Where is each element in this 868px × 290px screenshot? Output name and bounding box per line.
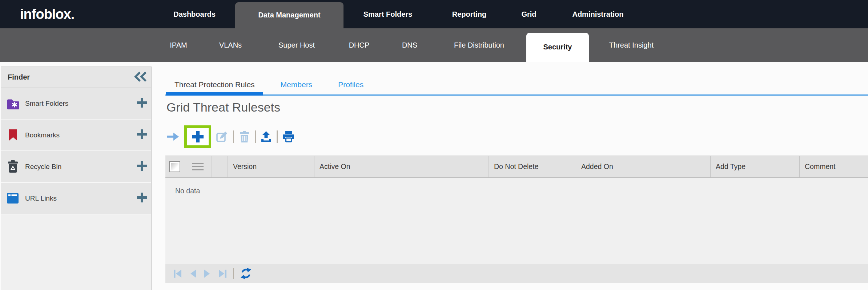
refresh-button[interactable] [240, 267, 252, 279]
sidebar-item-bookmarks[interactable]: Bookmarks [1, 120, 151, 151]
subnav-threat-insight[interactable]: Threat Insight [595, 28, 668, 62]
smart-folder-icon [7, 98, 20, 109]
print-button[interactable] [282, 131, 295, 142]
sidebar-item-url-links[interactable]: URL Links [1, 183, 151, 214]
column-header-do-not-delete[interactable]: Do Not Delete [489, 156, 576, 177]
sidebar-item-label: Recycle Bin [25, 163, 136, 171]
nav-grid[interactable]: Grid [508, 0, 550, 28]
empty-table-message: No data [175, 187, 200, 195]
upload-button[interactable] [261, 131, 272, 142]
highlight-box [184, 125, 211, 148]
sidebar-item-smart-folders[interactable]: Smart Folders [1, 88, 151, 120]
finder-empty-area [1, 214, 151, 290]
select-all-cell [165, 156, 184, 177]
pagination-bar [165, 264, 868, 283]
subnav-dhcp[interactable]: DHCP [334, 28, 385, 62]
edit-button[interactable] [216, 130, 228, 143]
subnav-vlans[interactable]: VLANs [205, 28, 256, 62]
tab-members[interactable]: Members [272, 74, 321, 94]
ruleset-toolbar [166, 124, 295, 150]
top-nav-bar: infoblox. Dashboards Data Management Sma… [0, 0, 868, 28]
next-page-button[interactable] [203, 269, 211, 279]
sidebar-item-recycle-bin[interactable]: Recycle Bin [1, 151, 151, 183]
nav-administration[interactable]: Administration [558, 0, 638, 28]
hamburger-menu-icon [192, 162, 204, 171]
nav-dashboards[interactable]: Dashboards [162, 0, 226, 28]
page-title: Grid Threat Rulesets [166, 100, 280, 114]
table-header-row: Version Active On Do Not Delete Added On… [165, 156, 868, 178]
recycle-bin-icon [7, 160, 20, 173]
subnav-security[interactable]: Security [526, 33, 589, 62]
spacer-cell [212, 156, 228, 177]
finder-title: Finder [8, 73, 134, 81]
last-page-button[interactable] [217, 269, 227, 279]
go-arrow-icon[interactable] [166, 131, 180, 142]
column-header-add-type[interactable]: Add Type [711, 156, 800, 177]
first-page-button[interactable] [173, 269, 183, 279]
subnav-dns[interactable]: DNS [384, 28, 435, 62]
add-url-link-button[interactable] [136, 192, 148, 205]
sidebar-item-label: Bookmarks [25, 131, 136, 139]
add-recycle-bin-button[interactable] [136, 160, 148, 173]
infoblox-logo: infoblox. [20, 0, 74, 28]
nav-smart-folders[interactable]: Smart Folders [351, 0, 424, 28]
tab-threat-protection-rules[interactable]: Threat Protection Rules [166, 74, 263, 94]
finder-panel: Finder Smart Folders Bookmarks [1, 67, 152, 290]
url-links-icon [7, 193, 20, 204]
sidebar-item-label: URL Links [25, 194, 136, 202]
table-body: No data [165, 178, 868, 264]
toolbar-separator [255, 130, 256, 143]
previous-page-button[interactable] [189, 269, 197, 279]
sub-nav-bar: IPAM VLANs Super Host DHCP DNS File Dist… [0, 28, 868, 62]
delete-trash-button[interactable] [239, 131, 250, 143]
subnav-file-distribution[interactable]: File Distribution [443, 28, 515, 62]
subnav-super-host[interactable]: Super Host [260, 28, 333, 62]
subnav-ipam[interactable]: IPAM [153, 28, 204, 62]
add-smart-folder-button[interactable] [136, 97, 148, 110]
sidebar-item-label: Smart Folders [25, 100, 136, 108]
column-header-added-on[interactable]: Added On [576, 156, 711, 177]
pagination-separator [233, 268, 234, 279]
nav-reporting[interactable]: Reporting [441, 0, 498, 28]
column-header-comment[interactable]: Comment [800, 156, 868, 177]
bookmark-icon [7, 129, 20, 141]
security-tab-strip: Threat Protection Rules Members Profiles [165, 74, 868, 96]
toolbar-separator [277, 130, 278, 143]
column-menu-cell[interactable] [184, 156, 212, 177]
checkbox-icon[interactable] [169, 161, 180, 172]
finder-header: Finder [1, 67, 151, 88]
rulesets-table: Version Active On Do Not Delete Added On… [165, 156, 868, 283]
nav-data-management[interactable]: Data Management [235, 2, 343, 28]
double-chevron-left-icon[interactable] [134, 71, 148, 84]
infoblox-app-window: infoblox. Dashboards Data Management Sma… [0, 0, 868, 290]
column-header-version[interactable]: Version [228, 156, 314, 177]
add-bookmark-button[interactable] [136, 129, 148, 141]
toolbar-separator [233, 130, 234, 143]
add-ruleset-button[interactable] [190, 129, 205, 144]
column-header-active-on[interactable]: Active On [314, 156, 489, 177]
tab-profiles[interactable]: Profiles [330, 74, 372, 94]
